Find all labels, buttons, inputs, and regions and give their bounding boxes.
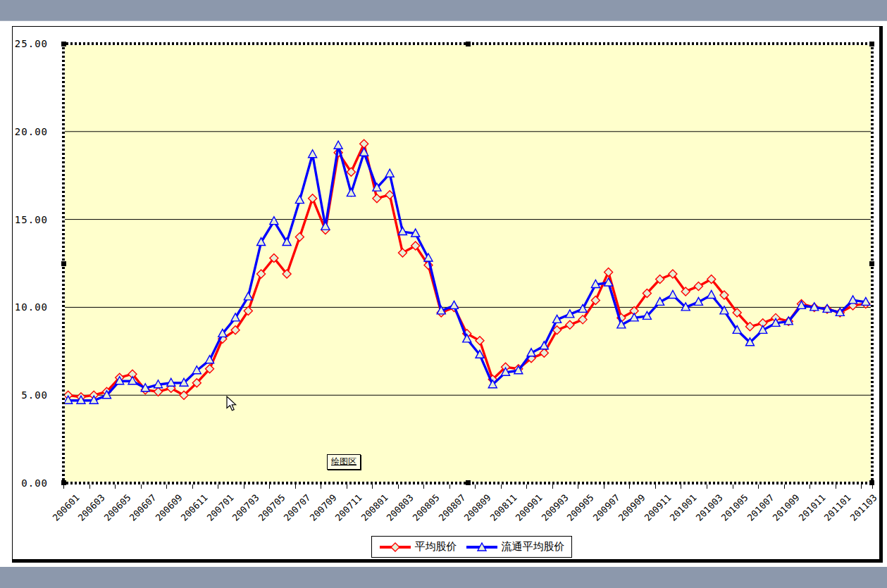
- diamond-marker[interactable]: [373, 194, 381, 203]
- plot-area-tooltip: 绘图区: [327, 454, 361, 470]
- gridlines: [63, 132, 872, 395]
- x-axis-tick: [347, 484, 347, 489]
- mouse-cursor arrow-pointer-icon: [226, 396, 237, 412]
- x-axis-tick: [398, 484, 399, 489]
- x-axis-tick: [501, 484, 502, 489]
- window-chrome-top: [0, 0, 887, 21]
- selection-handle-n[interactable]: [466, 42, 471, 46]
- triangle-marker[interactable]: [309, 150, 317, 158]
- x-axis-tick: [733, 484, 733, 489]
- diamond-marker[interactable]: [295, 233, 304, 242]
- triangle-marker[interactable]: [669, 290, 677, 298]
- diamond-marker[interactable]: [309, 194, 317, 203]
- x-axis-tick: [295, 484, 296, 489]
- x-axis-tick: [115, 484, 116, 489]
- x-axis-tick: [372, 484, 373, 489]
- selection-handle-s[interactable]: [466, 480, 471, 485]
- selection-handle-se[interactable]: [869, 480, 874, 485]
- x-axis-tick: [321, 484, 321, 489]
- y-axis-label: 10.00: [6, 301, 48, 313]
- x-axis-tick: [758, 484, 759, 489]
- y-axis-label: 0.00: [6, 477, 48, 489]
- diamond-marker[interactable]: [360, 139, 368, 148]
- selection-handle-nw[interactable]: [61, 42, 66, 46]
- x-axis-tick: [423, 484, 424, 489]
- x-axis-tick: [526, 484, 527, 489]
- x-axis-tick: [604, 484, 604, 489]
- selection-handle-sw[interactable]: [61, 480, 66, 485]
- y-axis-label: 5.00: [6, 389, 48, 401]
- diamond-marker[interactable]: [604, 268, 613, 276]
- x-axis-tick: [269, 484, 270, 489]
- x-axis-tick: [218, 484, 218, 489]
- x-axis-tick: [244, 484, 244, 489]
- x-axis-tick: [784, 484, 785, 489]
- x-axis-tick: [578, 484, 578, 489]
- x-axis-tick: [89, 484, 90, 489]
- plot-area[interactable]: [63, 44, 872, 483]
- legend[interactable]: 平均股价流通平均股价: [371, 536, 572, 558]
- triangle-marker[interactable]: [295, 196, 304, 204]
- y-axis-label: 15.00: [6, 214, 48, 225]
- diamond-legend-marker-icon: [379, 542, 411, 552]
- x-axis-tick: [681, 484, 681, 489]
- series-line[interactable]: [68, 144, 866, 396]
- x-axis-tick: [629, 484, 630, 489]
- selection-handle-ne[interactable]: [869, 42, 874, 46]
- screen: 25.0020.0015.0010.005.000.00 20060120060…: [0, 0, 887, 588]
- series-average-price[interactable]: [64, 139, 870, 401]
- triangle-marker[interactable]: [244, 292, 252, 300]
- x-axis-tick: [655, 484, 656, 489]
- triangle-marker[interactable]: [347, 189, 355, 196]
- x-axis-tick: [475, 484, 476, 489]
- series-line[interactable]: [68, 146, 866, 401]
- x-axis-tick: [166, 484, 167, 489]
- x-axis-tick: [707, 484, 707, 489]
- selection-handle-e[interactable]: [869, 261, 874, 266]
- legend-label: 平均股价: [415, 540, 457, 553]
- x-axis-tick: [192, 484, 193, 489]
- y-axis-label: 20.00: [6, 126, 48, 137]
- triangle-legend-marker-icon: [466, 542, 498, 552]
- x-axis-tick: [141, 484, 142, 489]
- triangle-marker[interactable]: [334, 141, 342, 149]
- x-axis-tick: [810, 484, 810, 489]
- diamond-marker[interactable]: [154, 387, 163, 396]
- legend-item-average-price[interactable]: 平均股价: [379, 540, 457, 553]
- legend-item-circulating-average-price[interactable]: 流通平均股价: [466, 540, 565, 553]
- x-axis-tick: [861, 484, 862, 489]
- x-axis-tick: [836, 484, 836, 489]
- x-axis-tick: [449, 484, 450, 489]
- triangle-marker[interactable]: [385, 169, 394, 177]
- y-axis-label: 25.00: [6, 38, 48, 49]
- triangle-marker[interactable]: [450, 301, 459, 308]
- selection-handle-w[interactable]: [61, 261, 66, 266]
- diamond-marker[interactable]: [566, 320, 574, 329]
- series-circulating-average-price[interactable]: [64, 141, 870, 404]
- legend-label: 流通平均股价: [502, 540, 565, 553]
- x-axis-tick: [552, 484, 553, 489]
- triangle-marker[interactable]: [270, 217, 278, 225]
- window-chrome-bottom: [0, 567, 887, 588]
- chart-plot-svg: [63, 44, 872, 483]
- triangle-marker[interactable]: [707, 290, 716, 298]
